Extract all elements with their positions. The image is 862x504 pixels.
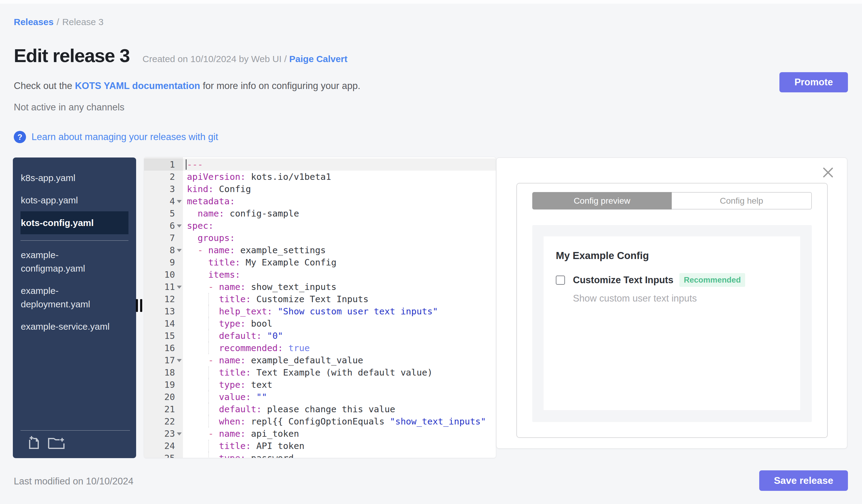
fold-toggle-icon[interactable] bbox=[177, 249, 182, 252]
editor-code-pane[interactable]: ---apiVersion: kots.io/v1beta1kind: Conf… bbox=[183, 157, 496, 458]
editor-line[interactable]: - name: show_text_inputs bbox=[183, 281, 496, 293]
config-preview-card: Config preview Config help My Example Co… bbox=[516, 183, 828, 438]
sidebar-file-item[interactable]: k8s-app.yaml bbox=[21, 167, 129, 189]
editor-line[interactable]: metadata: bbox=[183, 195, 496, 207]
breadcrumb-releases-link[interactable]: Releases bbox=[14, 17, 53, 27]
yaml-token-dash: - bbox=[208, 282, 219, 292]
yaml-token-plain: config-sample bbox=[224, 208, 299, 219]
tab-config-preview[interactable]: Config preview bbox=[532, 192, 672, 210]
file-label: configmap.yaml bbox=[21, 262, 129, 275]
editor-line[interactable]: default: please change this value bbox=[183, 403, 496, 415]
yaml-token-plain: Customize Text Inputs bbox=[251, 294, 369, 304]
left-resize-handle-bar[interactable] bbox=[136, 299, 138, 312]
sidebar-file-item[interactable]: example-service.yaml bbox=[21, 315, 129, 337]
save-release-button[interactable]: Save release bbox=[759, 470, 848, 491]
editor-line[interactable]: items: bbox=[183, 268, 496, 281]
gutter-line-number: 21 bbox=[144, 403, 183, 415]
yaml-token-key: name: bbox=[198, 208, 224, 219]
editor-line[interactable]: when: repl{{ ConfigOptionEquals "show_te… bbox=[183, 415, 496, 427]
yaml-token-plain bbox=[187, 441, 219, 451]
editor-line[interactable]: - name: example_default_value bbox=[183, 354, 496, 367]
sidebar-file-item[interactable]: example-configmap.yaml bbox=[21, 244, 129, 279]
editor-line[interactable]: default: "0" bbox=[183, 330, 496, 342]
fold-toggle-icon[interactable] bbox=[177, 225, 182, 227]
editor-line[interactable]: type: text bbox=[183, 379, 496, 391]
yaml-token-plain bbox=[187, 428, 208, 439]
gutter-line-number: 4 bbox=[144, 195, 183, 207]
yaml-token-key: when: bbox=[219, 416, 246, 427]
yaml-token-plain: bool bbox=[246, 318, 272, 329]
close-icon[interactable] bbox=[822, 167, 834, 178]
editor-line[interactable]: - name: example_settings bbox=[183, 244, 496, 256]
gutter-line-number: 16 bbox=[144, 342, 183, 354]
editor-line[interactable]: type: bool bbox=[183, 317, 496, 330]
breadcrumb-current: Release 3 bbox=[62, 17, 103, 27]
editor-line[interactable]: kind: Config bbox=[183, 183, 496, 195]
docs-prefix: Check out the bbox=[14, 80, 75, 91]
customize-text-inputs-checkbox[interactable] bbox=[556, 276, 565, 285]
tab-config-help[interactable]: Config help bbox=[672, 192, 812, 210]
yaml-token-plain bbox=[187, 416, 219, 427]
yaml-token-str: "0" bbox=[267, 331, 283, 341]
editor-line[interactable]: apiVersion: kots.io/v1beta1 bbox=[183, 171, 496, 183]
fold-toggle-icon[interactable] bbox=[177, 359, 182, 362]
editor-line[interactable]: title: Text Example (with default value) bbox=[183, 367, 496, 379]
promote-button[interactable]: Promote bbox=[780, 72, 848, 92]
file-list: k8s-app.yamlkots-app.yamlkots-config.yam… bbox=[21, 167, 129, 337]
add-folder-icon[interactable] bbox=[48, 436, 65, 451]
yaml-token-key: type: bbox=[219, 318, 246, 329]
add-file-icon[interactable] bbox=[27, 436, 40, 451]
editor-line[interactable]: spec: bbox=[183, 220, 496, 232]
yaml-token-plain bbox=[187, 318, 219, 329]
gutter-line-number: 9 bbox=[144, 256, 183, 268]
gutter-line-number: 6 bbox=[144, 220, 183, 232]
yaml-token-plain bbox=[187, 367, 219, 378]
yaml-token-key: name: bbox=[208, 245, 235, 255]
git-releases-link[interactable]: Learn about managing your releases with … bbox=[31, 132, 218, 143]
editor-line[interactable]: - name: api_token bbox=[183, 427, 496, 440]
yaml-editor[interactable]: 1234567891011121314151617181920212223242… bbox=[144, 157, 496, 458]
page-title: Edit release 3 bbox=[14, 45, 130, 66]
fold-toggle-icon[interactable] bbox=[177, 286, 182, 289]
sidebar-bottom-bar bbox=[21, 430, 130, 458]
editor-line[interactable]: value: "" bbox=[183, 391, 496, 403]
fold-toggle-icon[interactable] bbox=[177, 433, 182, 436]
yaml-token-plain bbox=[187, 331, 219, 341]
yaml-token-key: groups: bbox=[198, 233, 235, 243]
editor-line[interactable]: title: My Example Config bbox=[183, 256, 496, 268]
yaml-token-key: items: bbox=[208, 269, 240, 280]
text-cursor bbox=[186, 159, 186, 170]
recommended-badge: Recommended bbox=[679, 273, 745, 287]
yaml-token-plain: Text Example (with default value) bbox=[251, 367, 433, 378]
gutter-line-number: 23 bbox=[144, 427, 183, 440]
author-link[interactable]: Paige Calvert bbox=[289, 54, 348, 64]
editor-line[interactable]: groups: bbox=[183, 232, 496, 244]
yaml-token-plain bbox=[251, 392, 256, 402]
fold-toggle-icon[interactable] bbox=[177, 200, 182, 203]
editor-line[interactable]: --- bbox=[183, 158, 496, 171]
yaml-token-plain: please change this value bbox=[262, 404, 395, 414]
kots-yaml-docs-link[interactable]: KOTS YAML documentation bbox=[75, 80, 200, 91]
editor-line[interactable]: recommended: true bbox=[183, 342, 496, 354]
editor-line[interactable]: title: API token bbox=[183, 440, 496, 452]
yaml-token-plain: api_token bbox=[246, 428, 299, 439]
yaml-token-bool: true bbox=[288, 343, 310, 353]
yaml-token-plain bbox=[187, 306, 219, 317]
yaml-token-key: default: bbox=[219, 331, 262, 341]
editor-line[interactable]: type: password bbox=[183, 452, 496, 458]
yaml-token-key: recommended: bbox=[219, 343, 283, 353]
config-preview-panel: Config preview Config help My Example Co… bbox=[496, 158, 847, 449]
yaml-token-key: title: bbox=[219, 367, 251, 378]
left-resize-handle-bar[interactable] bbox=[140, 299, 142, 312]
gutter-line-number: 18 bbox=[144, 367, 183, 379]
editor-line[interactable]: title: Customize Text Inputs bbox=[183, 293, 496, 305]
sidebar-file-item[interactable]: kots-app.yaml bbox=[21, 189, 129, 211]
sidebar-file-item[interactable]: kots-config.yaml bbox=[21, 211, 129, 234]
editor-line[interactable]: name: config-sample bbox=[183, 207, 496, 220]
git-help-row[interactable]: ? Learn about managing your releases wit… bbox=[14, 131, 218, 143]
editor-line[interactable]: help_text: "Show custom user text inputs… bbox=[183, 305, 496, 317]
yaml-token-key: metadata: bbox=[187, 196, 235, 207]
yaml-token-dash: - bbox=[208, 428, 219, 439]
yaml-token-key: default: bbox=[219, 404, 262, 414]
sidebar-file-item[interactable]: example-deployment.yaml bbox=[21, 279, 129, 315]
